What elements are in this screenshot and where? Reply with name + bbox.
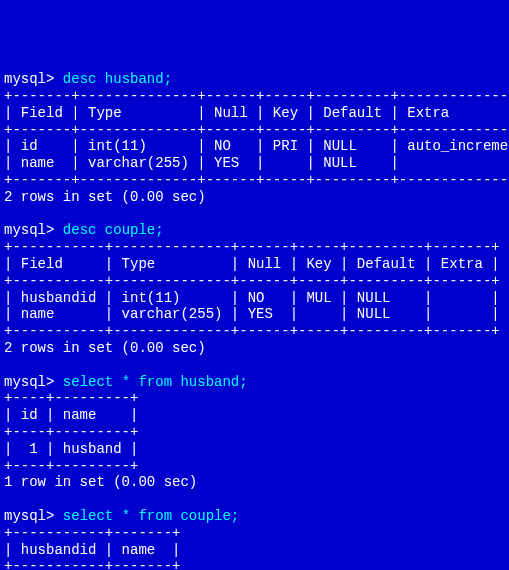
sql-command: desc husband; bbox=[63, 71, 172, 87]
output-line bbox=[4, 491, 505, 508]
output-line: | id | int(11) | NO | PRI | NULL | auto_… bbox=[4, 138, 505, 155]
output-line: | name | varchar(255) | YES | | NULL | | bbox=[4, 155, 505, 172]
prompt: mysql> bbox=[4, 71, 54, 87]
output-line: | name | varchar(255) | YES | | NULL | | bbox=[4, 306, 505, 323]
command-line[interactable]: mysql> desc couple; bbox=[4, 222, 505, 239]
output-line: | husbandid | int(11) | NO | MUL | NULL … bbox=[4, 290, 505, 307]
output-line: +-----------+-------+ bbox=[4, 525, 505, 542]
output-line: +-------+--------------+------+-----+---… bbox=[4, 122, 505, 139]
output-line: 2 rows in set (0.00 sec) bbox=[4, 189, 505, 206]
output-line: +----+---------+ bbox=[4, 390, 505, 407]
prompt: mysql> bbox=[4, 222, 54, 238]
prompt: mysql> bbox=[4, 508, 54, 524]
output-line: 2 rows in set (0.00 sec) bbox=[4, 340, 505, 357]
output-line: | husbandid | name | bbox=[4, 542, 505, 559]
sql-command: select * from husband; bbox=[63, 374, 248, 390]
output-line bbox=[4, 206, 505, 223]
output-line bbox=[4, 357, 505, 374]
output-line: 1 row in set (0.00 sec) bbox=[4, 474, 505, 491]
command-line[interactable]: mysql> select * from husband; bbox=[4, 374, 505, 391]
command-line[interactable]: mysql> select * from couple; bbox=[4, 508, 505, 525]
command-line[interactable]: mysql> desc husband; bbox=[4, 71, 505, 88]
output-line: +-----------+--------------+------+-----… bbox=[4, 239, 505, 256]
output-line: +-----------+--------------+------+-----… bbox=[4, 323, 505, 340]
output-line: | id | name | bbox=[4, 407, 505, 424]
prompt: mysql> bbox=[4, 374, 54, 390]
sql-command: select * from couple; bbox=[63, 508, 239, 524]
output-line: +----+---------+ bbox=[4, 458, 505, 475]
output-line: +-----------+--------------+------+-----… bbox=[4, 273, 505, 290]
output-line: +-------+--------------+------+-----+---… bbox=[4, 172, 505, 189]
output-line: +-----------+-------+ bbox=[4, 558, 505, 570]
output-line: | Field | Type | Null | Key | Default | … bbox=[4, 105, 505, 122]
output-line: +----+---------+ bbox=[4, 424, 505, 441]
output-line: | Field | Type | Null | Key | Default | … bbox=[4, 256, 505, 273]
sql-command: desc couple; bbox=[63, 222, 164, 238]
output-line: | 1 | husband | bbox=[4, 441, 505, 458]
output-line: +-------+--------------+------+-----+---… bbox=[4, 88, 505, 105]
terminal-output: mysql> desc husband;+-------+-----------… bbox=[4, 71, 505, 570]
